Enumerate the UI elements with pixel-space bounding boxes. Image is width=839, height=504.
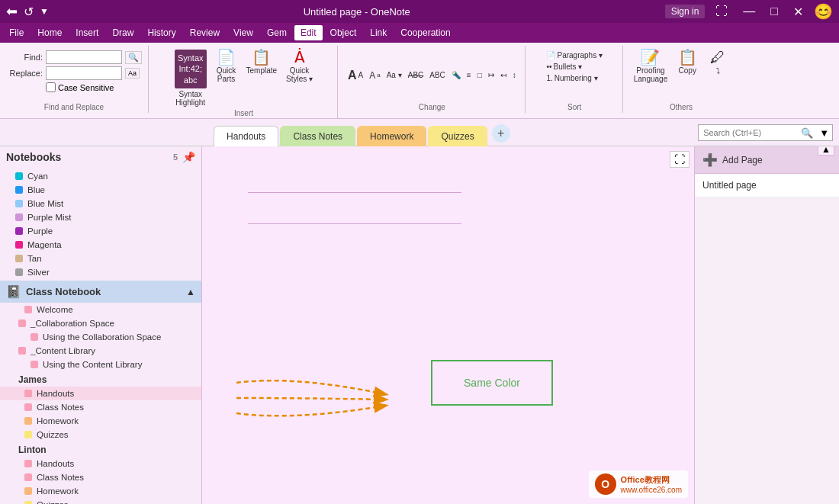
font-size-large-button[interactable]: AA — [346, 68, 365, 83]
cn-welcome[interactable]: Welcome — [0, 303, 201, 316]
syntax-highlight-button[interactable]: SyntaxInt:42;abc SyntaxHighlight — [172, 47, 210, 109]
cn-collaboration-space[interactable]: _Collaboration Space — [0, 316, 201, 330]
paragraphs-label: Paragraphs ▾ — [557, 51, 602, 59]
expand-button[interactable]: ⛶ — [670, 151, 690, 168]
menu-file[interactable]: File — [3, 25, 30, 40]
tab-handouts[interactable]: Handouts — [214, 126, 278, 146]
content-area: ⛶ — [202, 146, 694, 504]
user-james-handouts[interactable]: Handouts — [0, 387, 201, 400]
more-button[interactable]: 🖊 ⤵ — [704, 47, 731, 77]
quick-parts-button[interactable]: 📄 QuickParts — [213, 47, 240, 85]
user-james-quizzes[interactable]: Quizzes — [0, 428, 201, 441]
search-box: 🔍 ▼ — [698, 124, 833, 141]
template-button[interactable]: 📋 Template — [243, 47, 281, 77]
font-dropdown-button[interactable]: Aa ▾ — [384, 70, 404, 80]
tab-quizzes[interactable]: Quizzes — [428, 126, 487, 146]
spacing-button[interactable]: ↕ — [510, 70, 519, 80]
menu-view[interactable]: View — [227, 25, 259, 40]
menu-gem[interactable]: Gem — [261, 25, 293, 40]
tab-class-notes[interactable]: Class Notes — [280, 126, 355, 146]
align-left-button[interactable]: ≡ — [465, 70, 474, 80]
ribbon: Find: 🔍 Replace: Aa Case Sensitive Find … — [0, 43, 839, 119]
watermark-icon: O — [595, 474, 616, 495]
watermark: O Office教程网 www.office26.com — [589, 470, 688, 498]
menu-review[interactable]: Review — [184, 25, 226, 40]
menu-edit[interactable]: Edit — [294, 25, 323, 40]
search-button[interactable]: 🔍 — [798, 127, 816, 139]
menu-history[interactable]: History — [141, 25, 182, 40]
ribbon-group-sort: 📄 Paragraphs ▾ •• Bullets ▾ 1. Numbering… — [532, 46, 623, 113]
proofing-language-button[interactable]: 📝 ProofingLanguage — [631, 47, 671, 85]
tab-homework[interactable]: Homework — [357, 126, 426, 146]
quick-styles-button[interactable]: Ȧ QuickStyles ▾ — [283, 47, 316, 85]
search-input[interactable] — [699, 127, 798, 139]
user-james-class-notes[interactable]: Class Notes — [0, 400, 201, 414]
menu-home[interactable]: Home — [31, 25, 68, 40]
abc2-button[interactable]: ABC — [427, 70, 448, 80]
others-group-label: Others — [631, 103, 732, 113]
untitled-page-entry[interactable]: Untitled page — [695, 174, 839, 197]
section-purple-mist[interactable]: Purple Mist — [0, 210, 201, 224]
abc-check-button[interactable]: ABC — [406, 70, 426, 80]
section-purple[interactable]: Purple — [0, 224, 201, 238]
outdent-button[interactable]: ↤ — [498, 70, 509, 80]
insert-group-label: Insert — [156, 109, 331, 119]
quick-styles-icon: Ȧ — [294, 50, 305, 65]
close-icon[interactable]: ✕ — [789, 3, 808, 21]
menu-cooperation[interactable]: Cooperation — [394, 25, 456, 40]
case-sensitive-label: Case Sensitive — [58, 83, 114, 92]
section-blue[interactable]: Blue — [0, 183, 201, 197]
tab-add-button[interactable]: + — [492, 124, 510, 143]
section-silver[interactable]: Silver — [0, 265, 201, 279]
pin-icon[interactable]: 📌 — [182, 151, 195, 163]
user-linton-handouts[interactable]: Handouts — [0, 457, 201, 470]
find-input[interactable] — [46, 50, 122, 64]
undo-icon[interactable]: ↺ — [24, 5, 34, 19]
menu-link[interactable]: Link — [364, 25, 393, 40]
find-search-button[interactable]: 🔍 — [125, 51, 142, 64]
section-magenta[interactable]: Magenta — [0, 238, 201, 252]
replace-btn[interactable]: Aa — [125, 68, 140, 79]
font-size-small-button[interactable]: Aa — [367, 69, 382, 82]
sidebar: Notebooks 5 📌 Cyan Blue Blue Mist Purple… — [0, 146, 202, 504]
restore-icon[interactable]: ⛶ — [711, 3, 732, 20]
user-linton-class-notes[interactable]: Class Notes — [0, 470, 201, 484]
maximize-icon[interactable]: □ — [766, 3, 783, 20]
search-dropdown-button[interactable]: ▼ — [816, 127, 832, 139]
sort-group-label: Sort — [533, 103, 616, 113]
title-bar-left: ⬅ ↺ ▼ — [6, 3, 49, 20]
notebook-sections: Cyan Blue Blue Mist Purple Mist Purple M… — [0, 168, 201, 281]
user-james-homework[interactable]: Homework — [0, 414, 201, 428]
copy-button[interactable]: 📋 Copy — [673, 47, 701, 77]
case-sensitive-checkbox[interactable] — [46, 82, 56, 92]
proofing-icon: 📝 — [641, 50, 660, 65]
user-linton-homework[interactable]: Homework — [0, 484, 201, 498]
section-cyan[interactable]: Cyan — [0, 169, 201, 183]
class-notebook-header[interactable]: 📓 Class Notebook ▲ — [0, 281, 201, 303]
class-notebook-collapse-icon[interactable]: ▲ — [186, 287, 195, 297]
title-bar-right: Sign in ⛶ — □ ✕ 😊 — [665, 2, 833, 21]
notebook-tabs: Handouts Class Notes Homework Quizzes + … — [0, 119, 839, 146]
menu-draw[interactable]: Draw — [106, 25, 140, 40]
highlight-button[interactable]: 🔦 — [449, 70, 463, 80]
cn-using-content-library[interactable]: Using the Content Library — [0, 358, 201, 371]
right-panel: ➕ Add Page Untitled page — [694, 146, 839, 504]
user-linton-quizzes[interactable]: Quizzes — [0, 498, 201, 504]
section-blue-mist[interactable]: Blue Mist — [0, 197, 201, 210]
paragraphs-button[interactable]: 📄 Paragraphs ▾ — [544, 50, 604, 60]
quick-access-icon[interactable]: ▼ — [40, 6, 49, 17]
section-tan[interactable]: Tan — [0, 252, 201, 265]
indent-button[interactable]: ↦ — [486, 70, 497, 80]
back-icon[interactable]: ⬅ — [6, 3, 18, 20]
sign-in-button[interactable]: Sign in — [665, 5, 706, 18]
numbering-button[interactable]: 1. Numbering ▾ — [544, 73, 600, 83]
bullets-button[interactable]: •• Bullets ▾ — [544, 62, 584, 72]
menu-object[interactable]: Object — [324, 25, 363, 40]
cn-using-collaboration[interactable]: Using the Collaboration Space — [0, 330, 201, 344]
minimize-icon[interactable]: — — [738, 3, 760, 20]
replace-input[interactable] — [46, 66, 122, 80]
border-button[interactable]: □ — [475, 70, 484, 80]
cn-content-library[interactable]: _Content Library — [0, 344, 201, 358]
class-notebook-icon: 📓 — [6, 284, 21, 299]
menu-insert[interactable]: Insert — [69, 25, 104, 40]
